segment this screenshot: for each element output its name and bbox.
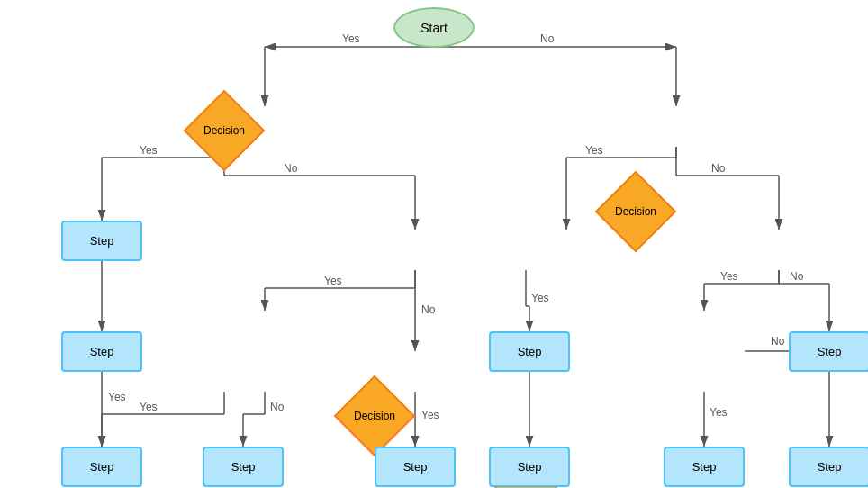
step-4-label: Step <box>818 345 842 358</box>
step-6-label: Step <box>231 460 256 474</box>
decision-3: Decision <box>334 375 415 456</box>
step-5: Step <box>61 447 142 487</box>
decision-4-label: Decision <box>485 456 566 488</box>
step-9: Step <box>664 447 745 487</box>
svg-text:No: No <box>421 303 436 316</box>
svg-text:No: No <box>790 270 804 283</box>
decision-2-label: Decision <box>595 171 676 252</box>
svg-text:Yes: Yes <box>108 391 126 403</box>
svg-text:Yes: Yes <box>531 292 549 304</box>
decision-4: Decision <box>485 456 566 488</box>
step-1-label: Step <box>90 234 114 248</box>
decision-1: Decision <box>184 90 265 171</box>
decision-2: Decision <box>595 171 676 252</box>
svg-text:No: No <box>284 162 298 175</box>
svg-text:Yes: Yes <box>720 270 738 283</box>
svg-text:No: No <box>270 401 285 413</box>
step-2-label: Step <box>90 345 114 358</box>
step-2: Step <box>61 331 142 372</box>
svg-text:No: No <box>711 162 726 175</box>
svg-text:Yes: Yes <box>585 144 603 157</box>
step-1: Step <box>61 221 142 261</box>
step-5-label: Step <box>90 460 114 474</box>
decision-1-label: Decision <box>184 90 265 171</box>
svg-text:Yes: Yes <box>421 409 439 421</box>
step-10: Step <box>789 447 868 487</box>
svg-text:Yes: Yes <box>710 406 728 419</box>
svg-text:Yes: Yes <box>324 275 342 287</box>
step-9-label: Step <box>692 460 717 474</box>
svg-text:Yes: Yes <box>140 401 158 413</box>
step-3-label: Step <box>518 345 542 358</box>
step-10-label: Step <box>818 460 842 474</box>
start-node: Start <box>393 7 475 48</box>
svg-text:Yes: Yes <box>342 32 360 45</box>
svg-text:No: No <box>771 335 785 348</box>
step-6: Step <box>203 447 284 487</box>
step-4: Step <box>789 331 868 372</box>
decision-3-label: Decision <box>334 375 415 456</box>
svg-text:No: No <box>540 32 555 45</box>
step-3: Step <box>489 331 570 372</box>
start-label: Start <box>420 21 448 35</box>
step-7-label: Step <box>403 460 428 474</box>
svg-text:Yes: Yes <box>140 144 158 157</box>
